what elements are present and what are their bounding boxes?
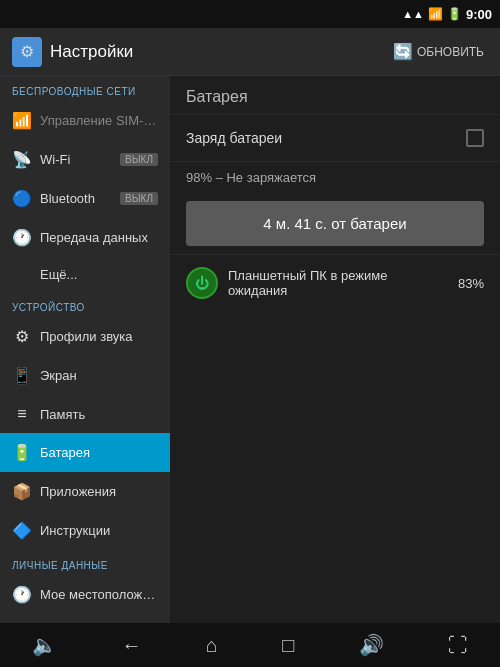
home-button[interactable]: ⌂ bbox=[190, 626, 234, 665]
content-header: Батарея bbox=[170, 76, 500, 115]
battery-icon-sidebar: 🔋 bbox=[12, 443, 32, 462]
wifi-icon: 📶 bbox=[428, 7, 443, 21]
display-icon: 📱 bbox=[12, 366, 32, 385]
data-label: Передача данных bbox=[40, 230, 158, 245]
refresh-icon: 🔄 bbox=[393, 42, 413, 61]
display-label: Экран bbox=[40, 368, 158, 383]
sim-label: Управление SIM-карта... bbox=[40, 113, 158, 128]
sidebar: БЕСПРОВОДНЫЕ СЕТИ 📶 Управление SIM-карта… bbox=[0, 76, 170, 623]
more-label: Ещё... bbox=[40, 267, 158, 282]
fullscreen-button[interactable]: ⛶ bbox=[432, 626, 484, 665]
battery-icon: 🔋 bbox=[447, 7, 462, 21]
sidebar-item-wifi[interactable]: 📡 Wi-Fi ВЫКЛ bbox=[0, 140, 170, 179]
usage-row-0[interactable]: ⏻ Планшетный ПК в режиме ожидания 83% bbox=[170, 254, 500, 311]
app-title-section: ⚙ Настройки bbox=[0, 37, 170, 67]
status-bar: ▲▲ 📶 🔋 9:00 bbox=[0, 0, 500, 28]
instructions-label: Инструкции bbox=[40, 523, 158, 538]
usage-label-0: Планшетный ПК в режиме ожидания bbox=[228, 268, 448, 298]
sidebar-item-battery[interactable]: 🔋 Батарея bbox=[0, 433, 170, 472]
content-title: Батарея bbox=[186, 88, 248, 105]
main-layout: БЕСПРОВОДНЫЕ СЕТИ 📶 Управление SIM-карта… bbox=[0, 76, 500, 623]
status-icons: ▲▲ 📶 🔋 9:00 bbox=[402, 7, 492, 22]
update-button[interactable]: 🔄 ОБНОВИТЬ bbox=[385, 38, 492, 65]
sidebar-item-more[interactable]: Ещё... bbox=[0, 257, 170, 292]
settings-icon: ⚙ bbox=[12, 37, 42, 67]
section-device: УСТРОЙСТВО bbox=[0, 292, 170, 317]
memory-label: Память bbox=[40, 407, 158, 422]
volume-up-button[interactable]: 🔊 bbox=[343, 625, 400, 665]
app-title: Настройки bbox=[50, 42, 133, 62]
sidebar-item-bluetooth[interactable]: 🔵 Bluetooth ВЫКЛ bbox=[0, 179, 170, 218]
battery-label: Батарея bbox=[40, 445, 158, 460]
charge-label: Заряд батареи bbox=[186, 130, 282, 146]
back-button[interactable]: ← bbox=[105, 626, 157, 665]
sound-icon: ⚙ bbox=[12, 327, 32, 346]
bluetooth-icon: 🔵 bbox=[12, 189, 32, 208]
volume-down-button[interactable]: 🔈 bbox=[16, 625, 73, 665]
apps-label: Приложения bbox=[40, 484, 158, 499]
sim-icon: 📶 bbox=[12, 111, 32, 130]
nav-bar: 🔈 ← ⌂ □ 🔊 ⛶ bbox=[0, 623, 500, 667]
location-label: Мое местоположение bbox=[40, 587, 158, 602]
time-bar-text: 4 м. 41 с. от батареи bbox=[263, 215, 406, 232]
sidebar-item-apps[interactable]: 📦 Приложения bbox=[0, 472, 170, 511]
charge-row: Заряд батареи bbox=[170, 115, 500, 162]
signal-icon: ▲▲ bbox=[402, 8, 424, 20]
memory-icon: ≡ bbox=[12, 405, 32, 423]
battery-status-text: 98% – Не заряжается bbox=[170, 162, 500, 197]
update-label: ОБНОВИТЬ bbox=[417, 45, 484, 59]
location-icon: 🕐 bbox=[12, 585, 32, 604]
global-top-bar: ⚙ Настройки 🔄 ОБНОВИТЬ bbox=[0, 28, 500, 76]
sidebar-item-data[interactable]: 🕐 Передача данных bbox=[0, 218, 170, 257]
bluetooth-toggle[interactable]: ВЫКЛ bbox=[120, 192, 158, 205]
recent-button[interactable]: □ bbox=[266, 626, 310, 665]
wifi-label: Wi-Fi bbox=[40, 152, 112, 167]
status-time: 9:00 bbox=[466, 7, 492, 22]
usage-percent-0: 83% bbox=[458, 276, 484, 291]
usage-icon-0: ⏻ bbox=[186, 267, 218, 299]
section-personal: ЛИЧНЫЕ ДАННЫЕ bbox=[0, 550, 170, 575]
sidebar-item-location[interactable]: 🕐 Мое местоположение bbox=[0, 575, 170, 614]
time-bar: 4 м. 41 с. от батареи bbox=[186, 201, 484, 246]
section-wireless: БЕСПРОВОДНЫЕ СЕТИ bbox=[0, 76, 170, 101]
sidebar-item-instructions[interactable]: 🔷 Инструкции bbox=[0, 511, 170, 550]
charge-checkbox[interactable] bbox=[466, 129, 484, 147]
sound-label: Профили звука bbox=[40, 329, 158, 344]
wifi-toggle[interactable]: ВЫКЛ bbox=[120, 153, 158, 166]
sidebar-item-security[interactable]: 🔒 Безопасность bbox=[0, 614, 170, 623]
sidebar-item-sound[interactable]: ⚙ Профили звука bbox=[0, 317, 170, 356]
sidebar-item-sim[interactable]: 📶 Управление SIM-карта... bbox=[0, 101, 170, 140]
data-icon: 🕐 bbox=[12, 228, 32, 247]
wifi-icon: 📡 bbox=[12, 150, 32, 169]
sidebar-item-display[interactable]: 📱 Экран bbox=[0, 356, 170, 395]
instructions-icon: 🔷 bbox=[12, 521, 32, 540]
apps-icon: 📦 bbox=[12, 482, 32, 501]
sidebar-item-memory[interactable]: ≡ Память bbox=[0, 395, 170, 433]
content-area: Батарея Заряд батареи 98% – Не заряжаетс… bbox=[170, 76, 500, 623]
bluetooth-label: Bluetooth bbox=[40, 191, 112, 206]
